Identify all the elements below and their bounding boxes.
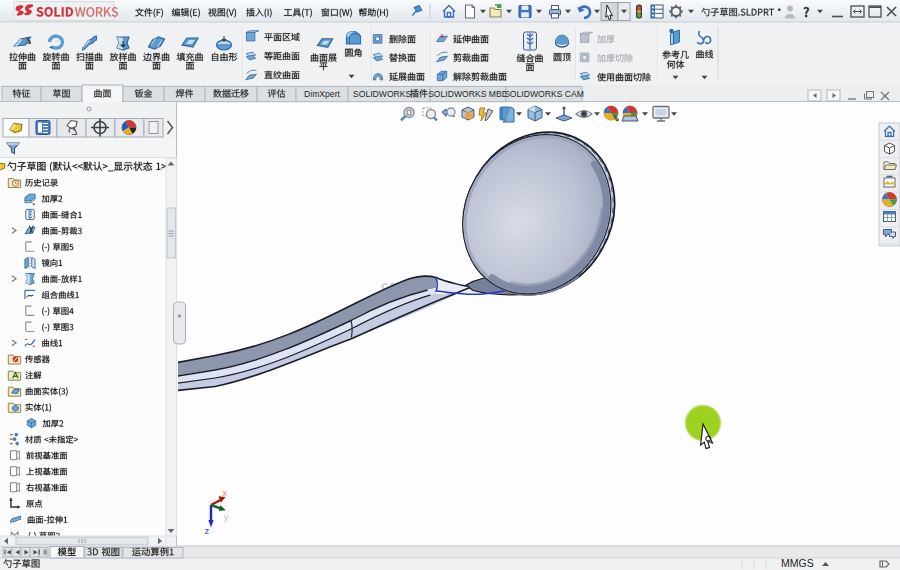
svg-text:SOLIDWORKS MBD: SOLIDWORKS MBD — [428, 89, 508, 99]
svg-text:DimXpert: DimXpert — [304, 89, 340, 99]
svg-text:z: z — [205, 525, 210, 536]
svg-text:MMGS: MMGS — [781, 557, 814, 569]
svg-text:SOLIDWORKS: SOLIDWORKS — [353, 89, 412, 99]
svg-text:SOLIDWORKS CAM: SOLIDWORKS CAM — [504, 89, 584, 99]
